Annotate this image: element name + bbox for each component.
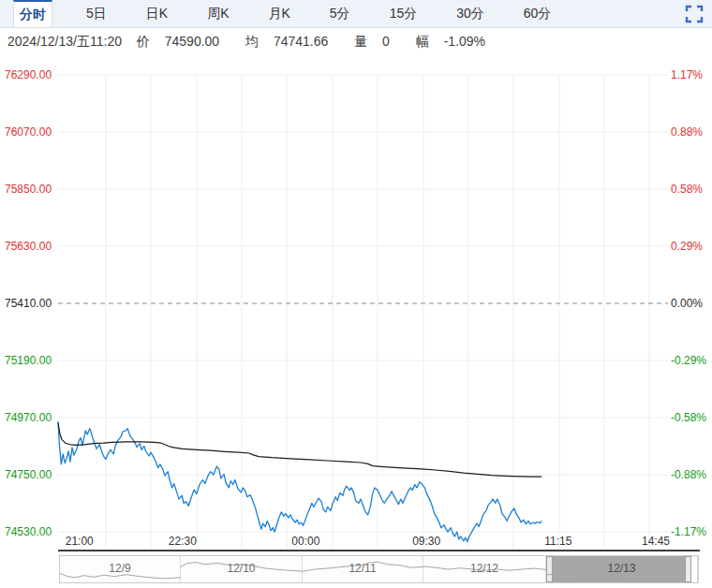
navigator-date-label: 12/11 — [303, 562, 423, 575]
percent-axis-label: 0.88% — [671, 126, 703, 138]
percent-axis-label: -0.58% — [671, 412, 706, 423]
time-axis-label: 11:15 — [544, 535, 571, 548]
date-range-navigator[interactable]: 12/912/1012/1112/1212/13 — [59, 555, 699, 583]
navigator-section-12-12[interactable]: 12/12 — [423, 556, 546, 582]
percent-axis-label: -0.88% — [671, 469, 706, 480]
price-line — [58, 421, 541, 541]
percent-axis-label: -1.17% — [671, 526, 706, 537]
navigator-section-12-11[interactable]: 12/11 — [303, 556, 423, 582]
percent-axis-label: 1.17% — [671, 69, 703, 81]
intraday-price-chart[interactable] — [0, 0, 712, 588]
navigator-section-12-10[interactable]: 12/10 — [181, 556, 303, 582]
navigator-date-label: 12/12 — [423, 562, 545, 575]
percent-axis-label: 0.29% — [671, 241, 703, 252]
price-axis-label: 74530.00 — [5, 526, 52, 537]
price-axis-label: 76070.00 — [5, 126, 52, 138]
navigator-section-12-13[interactable]: 12/13 — [546, 556, 698, 582]
time-axis-label: 21:00 — [66, 535, 94, 548]
price-axis-label: 74970.00 — [5, 412, 52, 423]
price-axis-label: 75850.00 — [5, 184, 52, 195]
time-axis-label: 00:00 — [291, 535, 319, 548]
navigator-section-12-9[interactable]: 12/9 — [60, 556, 181, 582]
time-axis-label: 22:30 — [169, 535, 197, 548]
percent-axis-label: 0.58% — [671, 184, 703, 195]
price-axis-label: 75630.00 — [5, 241, 52, 252]
price-axis-label: 76290.00 — [5, 69, 52, 81]
percent-axis-label: -0.29% — [671, 355, 706, 366]
navigator-date-label: 12/9 — [60, 562, 180, 575]
percent-axis-label: 0.00% — [671, 298, 703, 309]
navigator-date-label: 12/10 — [181, 562, 302, 575]
time-axis-label: 09:30 — [412, 535, 440, 548]
price-axis-label: 75190.00 — [5, 355, 52, 366]
price-axis-label: 75410.00 — [5, 298, 52, 309]
average-line — [58, 423, 541, 478]
navigator-date-label: 12/13 — [546, 562, 697, 575]
price-axis-label: 74750.00 — [5, 469, 52, 480]
time-axis-label: 14:45 — [642, 535, 670, 548]
